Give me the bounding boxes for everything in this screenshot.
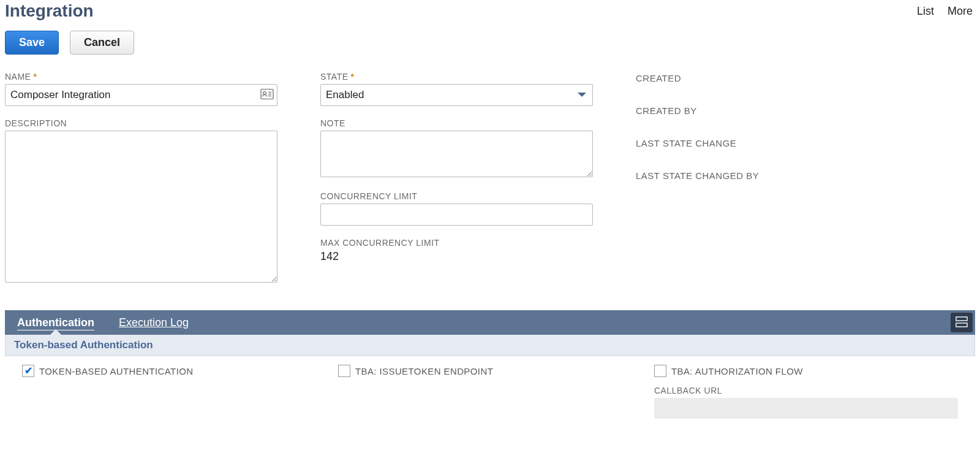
concurrency-input[interactable] [320, 204, 593, 226]
tab-authentication[interactable]: Authentication [5, 310, 107, 335]
max-concurrency-value: 142 [320, 250, 593, 263]
issuetoken-label: TBA: ISSUETOKEN ENDPOINT [355, 366, 493, 376]
tabs-bar: Authentication Execution Log [5, 310, 975, 335]
meta-last-state-change: LAST STATE CHANGE [636, 138, 975, 148]
svg-point-1 [263, 91, 266, 94]
svg-rect-6 [956, 323, 967, 327]
description-input[interactable] [5, 131, 277, 283]
save-button[interactable]: Save [5, 31, 59, 55]
svg-rect-5 [956, 317, 967, 321]
authflow-label: TBA: AUTHORIZATION FLOW [671, 366, 803, 376]
name-label: NAME* [5, 72, 277, 82]
concurrency-label: CONCURRENCY LIMIT [320, 191, 593, 201]
header-link-list[interactable]: List [917, 5, 934, 18]
tba-checkbox[interactable] [22, 365, 34, 377]
max-concurrency-label: MAX CONCURRENCY LIMIT [320, 238, 593, 248]
name-input[interactable] [5, 84, 277, 106]
authflow-checkbox[interactable] [654, 365, 666, 377]
state-select[interactable]: Enabled [320, 84, 593, 106]
auth-section-heading: Token-based Authentication [5, 335, 975, 356]
description-label: DESCRIPTION [5, 118, 277, 128]
meta-created: CREATED [636, 73, 975, 83]
tba-label: TOKEN-BASED AUTHENTICATION [39, 366, 194, 376]
panel-layout-icon [956, 316, 968, 329]
state-label: STATE* [320, 72, 593, 82]
meta-last-state-changed-by: LAST STATE CHANGED BY [636, 170, 975, 181]
callback-url-label: CALLBACK URL [654, 386, 958, 395]
page-title: Integration [5, 1, 94, 21]
note-input[interactable] [320, 131, 593, 177]
meta-created-by: CREATED BY [636, 105, 975, 116]
expand-panel-button[interactable] [951, 313, 973, 332]
callback-url-input[interactable] [654, 398, 958, 419]
header-link-more[interactable]: More [948, 5, 973, 18]
card-icon[interactable] [260, 89, 274, 102]
cancel-button[interactable]: Cancel [70, 31, 134, 55]
note-label: NOTE [320, 118, 593, 128]
issuetoken-checkbox[interactable] [338, 365, 350, 377]
tab-execution-log[interactable]: Execution Log [107, 310, 201, 335]
